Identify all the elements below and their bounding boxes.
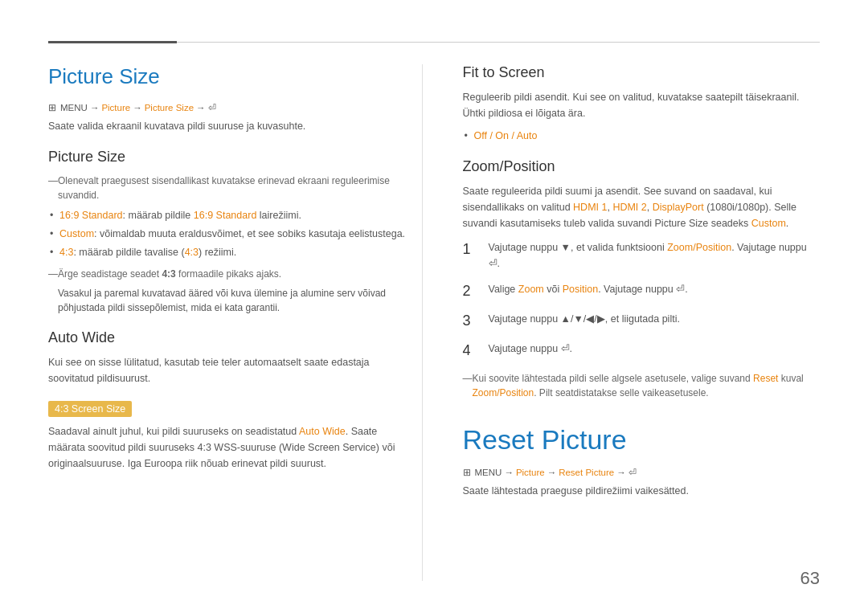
fit-to-screen-title: Fit to Screen — [463, 64, 821, 81]
link-hdmi1: HDMI 1 — [573, 202, 607, 213]
main-title: Picture Size — [48, 64, 406, 89]
link-auto-wide: Auto Wide — [299, 426, 346, 437]
step-number-1: 1 — [463, 239, 477, 260]
link-position: Position — [563, 284, 598, 295]
fit-to-screen-bullet: Off / On / Auto — [474, 128, 821, 144]
step-text-3: Vajutage nuppu ▲/▼/◀/▶, et liigutada pil… — [489, 311, 821, 327]
reset-arrow2: → — [547, 468, 557, 477]
menu-prefix: MENU — [60, 103, 88, 112]
step-text-2: Valige Zoom või Position. Vajutage nuppu… — [489, 281, 821, 297]
page-number: 63 — [800, 568, 820, 589]
picture-size-subtitle: Picture Size — [48, 149, 406, 166]
auto-wide-text: Kui see on sisse lülitatud, kasutab teie… — [48, 354, 406, 386]
content-area: Picture Size ⊞ MENU → Picture → Picture … — [48, 64, 820, 581]
fit-options: Off / On / Auto — [474, 130, 538, 141]
fit-to-screen-text: Reguleerib pildi asendit. Kui see on val… — [463, 89, 821, 121]
warning-text: Ärge seadistage seadet 4:3 formaadile pi… — [48, 267, 406, 281]
step-4: 4 Vajutage nuppu ⏎. — [463, 341, 821, 361]
top-line-accent — [48, 41, 177, 43]
menu-path-picture-size: ⊞ MENU → Picture → Picture Size → ⏎ — [48, 102, 406, 113]
step-3: 3 Vajutage nuppu ▲/▼/◀/▶, et liigutada p… — [463, 311, 821, 331]
page: Picture Size ⊞ MENU → Picture → Picture … — [0, 0, 868, 613]
zoom-position-intro: Saate reguleerida pildi suumi ja asendit… — [463, 183, 821, 231]
picture-size-note: Olenevalt praegusest sisendallikast kuva… — [48, 174, 406, 202]
step-number-4: 4 — [463, 341, 477, 361]
link-hdmi2: HDMI 2 — [612, 202, 646, 213]
bullet-169-text2: lairežiimi. — [256, 210, 301, 221]
reset-link-reset-picture: Reset Picture — [559, 468, 614, 477]
zoom-steps: 1 Vajutage nuppu ▼, et valida funktsioon… — [463, 239, 821, 362]
step-text-4: Vajutage nuppu ⏎. — [489, 341, 821, 357]
left-column: Picture Size ⊞ MENU → Picture → Picture … — [48, 64, 423, 581]
menu-path-reset-picture: ⊞ MENU → Picture → Reset Picture → ⏎ — [463, 467, 821, 478]
warning-detail: Vasakul ja paremal kuvatavad ääred või k… — [48, 286, 406, 315]
link-zoom-position-ref: Zoom/Position — [473, 387, 534, 398]
link-reset: Reset — [753, 373, 778, 384]
menu-arrow3: → — [196, 103, 206, 112]
bullet-169-text1: : määrab pildile — [123, 210, 194, 221]
link-169-standard-1: 16:9 Standard — [59, 210, 123, 221]
step-number-2: 2 — [463, 281, 477, 301]
link-displayport: DisplayPort — [653, 202, 704, 213]
menu-link-picture: Picture — [101, 103, 130, 112]
reset-arrow3: → — [616, 468, 626, 477]
reset-menu-prefix: MENU — [475, 468, 502, 477]
bullet-item-43: 4:3: määrab pildile tavalise (4:3) režii… — [59, 244, 406, 260]
link-43-1: 4:3 — [59, 247, 73, 258]
bullet-43-text1: : määrab pildile tavalise ( — [73, 247, 184, 258]
link-43-2: 4:3 — [185, 247, 199, 258]
bullet-custom-text: : võimaldab muuta eraldusvõimet, et see … — [94, 228, 405, 239]
zoom-position-title: Zoom/Position — [463, 158, 821, 175]
reset-picture-title: Reset Picture — [463, 424, 821, 456]
menu-link-picture-size: Picture Size — [145, 103, 194, 112]
menu-icon-end: ⏎ — [208, 102, 216, 113]
menu-arrow1: → — [90, 103, 100, 112]
fit-to-screen-bullets: Off / On / Auto — [463, 128, 821, 144]
menu-icon-reset: ⊞ — [463, 467, 471, 478]
link-zoom-position: Zoom/Position — [667, 242, 731, 253]
zoom-note: Kui soovite lähtestada pildi selle algse… — [463, 371, 821, 400]
bullet-43-text2: ) režiimi. — [199, 247, 236, 258]
picture-size-bullets: 16:9 Standard: määrab pildile 16:9 Stand… — [48, 207, 406, 260]
auto-wide-title: Auto Wide — [48, 329, 406, 346]
step-2: 2 Valige Zoom või Position. Vajutage nup… — [463, 281, 821, 301]
link-custom: Custom — [59, 228, 94, 239]
bullet-item-169: 16:9 Standard: määrab pildile 16:9 Stand… — [59, 207, 406, 223]
picture-size-ref: Picture Size — [655, 218, 709, 229]
step-number-3: 3 — [463, 311, 477, 331]
menu-icon: ⊞ — [48, 102, 56, 113]
screen-size-highlight: 4:3 Screen Size — [48, 401, 132, 417]
menu-arrow2: → — [133, 103, 142, 112]
step-1: 1 Vajutage nuppu ▼, et valida funktsioon… — [463, 239, 821, 272]
reset-link-picture: Picture — [516, 468, 545, 477]
right-column: Fit to Screen Reguleerib pildi asendit. … — [455, 64, 821, 581]
reset-arrow1: → — [504, 468, 514, 477]
link-custom-ref: Custom — [751, 218, 786, 229]
reset-icon-end: ⏎ — [628, 467, 637, 478]
reset-picture-text: Saate lähtestada praeguse pildirežiimi v… — [463, 483, 821, 499]
step-text-1: Vajutage nuppu ▼, et valida funktsiooni … — [489, 239, 821, 272]
bullet-item-custom: Custom: võimaldab muuta eraldusvõimet, e… — [59, 226, 406, 242]
intro-text: Saate valida ekraanil kuvatava pildi suu… — [48, 118, 406, 134]
screen-size-text: Saadaval ainult juhul, kui pildi suuruse… — [48, 423, 406, 472]
link-zoom: Zoom — [518, 284, 544, 295]
link-169-standard-2: 16:9 Standard — [194, 210, 257, 221]
